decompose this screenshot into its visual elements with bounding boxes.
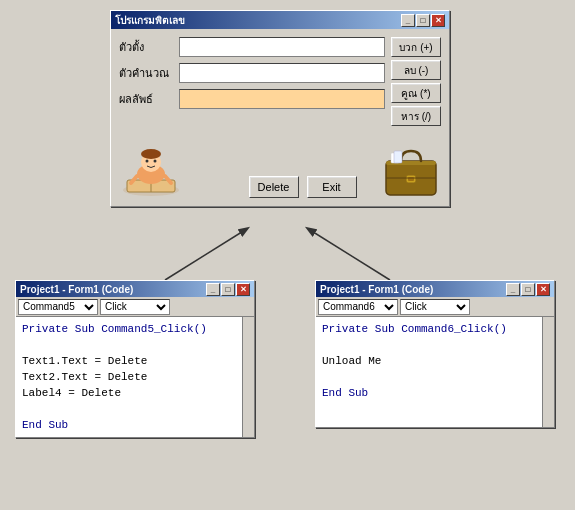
main-window-title: โปรแกรมพิตเลข xyxy=(115,13,185,28)
close-button[interactable]: ✕ xyxy=(431,14,445,27)
command-dropdown-right[interactable]: Command6 xyxy=(318,299,398,315)
bottom-area: Delete Exit xyxy=(111,134,449,206)
code-line-5: Label4 = Delete xyxy=(22,385,248,401)
event-dropdown-left[interactable]: Click xyxy=(100,299,170,315)
code-window-left-title: Project1 - Form1 (Code) xyxy=(20,284,133,295)
calc-buttons: บวก (+) ลบ (-) คูณ (*) หาร (/) xyxy=(391,37,441,126)
action-buttons: Delete Exit xyxy=(249,176,357,198)
code-titlebar-right: Project1 - Form1 (Code) _ □ ✕ xyxy=(316,281,554,297)
svg-point-5 xyxy=(141,149,161,159)
code-titlebar-buttons-right: _ □ ✕ xyxy=(506,283,550,296)
code-line-2 xyxy=(22,337,248,353)
code-body-left: Private Sub Command5_Click() Text1.Text … xyxy=(16,317,254,437)
delete-button[interactable]: Delete xyxy=(249,176,299,198)
code-titlebar-buttons-left: _ □ ✕ xyxy=(206,283,250,296)
code-right-line-2 xyxy=(322,337,548,353)
code-right-line-3: Unload Me xyxy=(322,353,548,369)
input-var1[interactable] xyxy=(179,37,385,57)
code-close-right[interactable]: ✕ xyxy=(536,283,550,296)
code-line-4: Text2.Text = Delete xyxy=(22,369,248,385)
code-line-7: End Sub xyxy=(22,417,248,433)
minimize-button[interactable]: _ xyxy=(401,14,415,27)
multiply-button[interactable]: คูณ (*) xyxy=(391,83,441,103)
briefcase-illustration xyxy=(381,143,441,198)
label-result: ผลลัพธ์ xyxy=(119,90,179,108)
code-window-left: Project1 - Form1 (Code) _ □ ✕ Command5 C… xyxy=(15,280,255,438)
code-maximize-left[interactable]: □ xyxy=(221,283,235,296)
subtract-button[interactable]: ลบ (-) xyxy=(391,60,441,80)
label-var2: ตัวคำนวณ xyxy=(119,64,179,82)
code-body-right: Private Sub Command6_Click() Unload Me E… xyxy=(316,317,554,427)
add-button[interactable]: บวก (+) xyxy=(391,37,441,57)
row-result: ผลลัพธ์ xyxy=(119,89,385,109)
main-content: ตัวตั้ง ตัวคำนวณ ผลลัพธ์ บวก (+) ลบ (-) … xyxy=(111,29,449,134)
scrollbar-right[interactable] xyxy=(542,317,554,427)
code-toolbar-left: Command5 Click xyxy=(16,297,254,317)
code-toolbar-right: Command6 Click xyxy=(316,297,554,317)
code-titlebar-left: Project1 - Form1 (Code) _ □ ✕ xyxy=(16,281,254,297)
main-titlebar: โปรแกรมพิตเลข _ □ ✕ xyxy=(111,11,449,29)
code-right-line-4 xyxy=(322,369,548,385)
cartoon-illustration xyxy=(119,138,184,198)
maximize-button[interactable]: □ xyxy=(416,14,430,27)
svg-point-6 xyxy=(146,160,149,163)
svg-point-7 xyxy=(154,160,157,163)
code-minimize-left[interactable]: _ xyxy=(206,283,220,296)
divide-button[interactable]: หาร (/) xyxy=(391,106,441,126)
input-result[interactable] xyxy=(179,89,385,109)
code-line-1: Private Sub Command5_Click() xyxy=(22,321,248,337)
scrollbar-left[interactable] xyxy=(242,317,254,437)
code-window-right: Project1 - Form1 (Code) _ □ ✕ Command6 C… xyxy=(315,280,555,428)
code-right-line-1: Private Sub Command6_Click() xyxy=(322,321,548,337)
row-var1: ตัวตั้ง xyxy=(119,37,385,57)
command-dropdown-left[interactable]: Command5 xyxy=(18,299,98,315)
titlebar-button-group: _ □ ✕ xyxy=(401,14,445,27)
exit-button[interactable]: Exit xyxy=(307,176,357,198)
label-var1: ตัวตั้ง xyxy=(119,38,179,56)
svg-line-19 xyxy=(310,230,390,280)
code-right-line-5: End Sub xyxy=(322,385,548,401)
code-line-6 xyxy=(22,401,248,417)
svg-line-18 xyxy=(165,230,245,280)
input-var2[interactable] xyxy=(179,63,385,83)
code-close-left[interactable]: ✕ xyxy=(236,283,250,296)
row-var2: ตัวคำนวณ xyxy=(119,63,385,83)
event-dropdown-right[interactable]: Click xyxy=(400,299,470,315)
code-line-3: Text1.Text = Delete xyxy=(22,353,248,369)
code-maximize-right[interactable]: □ xyxy=(521,283,535,296)
svg-rect-16 xyxy=(394,151,402,163)
code-window-right-title: Project1 - Form1 (Code) xyxy=(320,284,433,295)
code-minimize-right[interactable]: _ xyxy=(506,283,520,296)
main-calculator-window: โปรแกรมพิตเลข _ □ ✕ ตัวตั้ง ตัวคำนวณ ผลล… xyxy=(110,10,450,207)
form-area: ตัวตั้ง ตัวคำนวณ ผลลัพธ์ xyxy=(119,37,385,126)
